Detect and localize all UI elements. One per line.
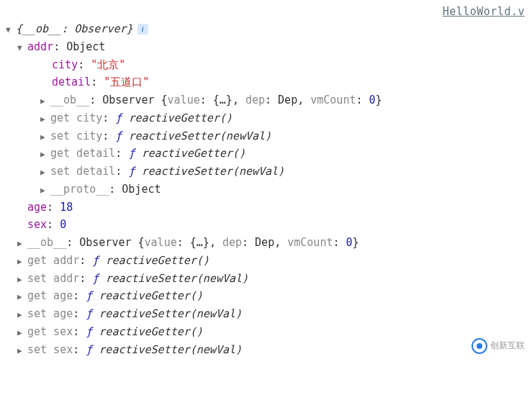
watermark-text: 创新互联 [490,339,525,353]
function-f-icon: ƒ [86,305,92,323]
expand-arrow-icon[interactable] [40,148,50,161]
property-value: Observer {value: {…}, dep: Dep, vmCount:… [102,91,382,109]
tree-row-sex[interactable]: sex: 0 [6,216,526,234]
property-key: get age [27,287,73,305]
property-key: set sex [27,341,73,359]
property-key: sex [27,216,47,234]
property-key: age [27,199,47,217]
function-f-icon: ƒ [92,270,99,288]
property-key: __proto__ [50,181,109,199]
tree-row-set-detail[interactable]: set detail: ƒ reactiveSetter(newVal) [6,163,526,181]
property-value: 18 [60,199,73,217]
property-key: set age [27,305,73,323]
property-key: __ob__ [27,234,66,252]
expand-arrow-icon[interactable] [17,273,27,286]
property-value: Object [66,38,105,56]
tree-row-city[interactable]: city: "北京" [6,56,526,74]
object-tree: {__ob__: Observer} i addr: Object city: … [6,20,526,358]
property-value: Object [122,181,161,199]
expand-arrow-icon[interactable] [6,24,16,37]
tree-row-ob[interactable]: __ob__: Observer {value: {…}, dep: Dep, … [6,234,526,252]
property-key: get sex [27,323,73,341]
function-name: reactiveGetter() [99,287,203,305]
tree-row-root[interactable]: {__ob__: Observer} i [6,20,526,38]
function-f-icon: ƒ [128,163,135,181]
expand-arrow-icon[interactable] [17,237,27,250]
function-name: reactiveSetter(newVal) [105,270,248,288]
function-name: reactiveGetter() [141,145,245,163]
tree-row-get-age[interactable]: get age: ƒ reactiveGetter() [6,287,526,305]
function-f-icon: ƒ [92,252,99,270]
property-key: city [52,56,78,74]
watermark: 创新互联 [472,338,525,354]
tree-row-set-addr[interactable]: set addr: ƒ reactiveSetter(newVal) [6,270,526,288]
info-icon[interactable]: i [137,24,148,35]
property-key: __ob__ [50,91,89,109]
function-f-icon: ƒ [128,145,135,163]
property-key: get addr [27,252,79,270]
function-name: reactiveGetter() [99,323,203,341]
property-key: set addr [27,270,79,288]
expand-arrow-icon[interactable] [17,255,27,268]
expand-arrow-icon[interactable] [17,327,27,340]
property-key: detail [52,73,91,91]
function-name: reactiveGetter() [128,109,233,127]
tree-row-addr[interactable]: addr: Object [6,38,526,56]
function-name: reactiveSetter(newVal) [99,305,242,323]
tree-row-get-addr[interactable]: get addr: ƒ reactiveGetter() [6,252,526,270]
expand-arrow-icon[interactable] [40,166,50,179]
function-name: reactiveSetter(newVal) [99,341,242,359]
expand-arrow-icon[interactable] [17,345,27,358]
expand-arrow-icon[interactable] [17,291,27,304]
expand-arrow-icon[interactable] [40,95,50,108]
function-f-icon: ƒ [86,287,92,305]
function-f-icon: ƒ [86,323,92,341]
tree-row-get-sex[interactable]: get sex: ƒ reactiveGetter() [6,323,526,341]
property-key: get city [50,109,102,127]
property-key: set city [50,127,102,145]
function-name: reactiveSetter(newVal) [141,163,284,181]
expand-arrow-icon[interactable] [40,184,50,197]
expand-arrow-icon[interactable] [40,113,50,126]
tree-row-set-city[interactable]: set city: ƒ reactiveSetter(newVal) [6,127,526,145]
tree-row-addr-ob[interactable]: __ob__: Observer {value: {…}, dep: Dep, … [6,91,526,109]
tree-row-get-detail[interactable]: get detail: ƒ reactiveGetter() [6,145,526,163]
property-key: set detail [50,163,115,181]
tree-row-age[interactable]: age: 18 [6,199,526,217]
expand-arrow-icon[interactable] [17,42,27,55]
expand-arrow-icon[interactable] [17,309,27,322]
property-key: addr [27,38,53,56]
expand-arrow-icon[interactable] [40,131,50,144]
function-name: reactiveGetter() [105,252,209,270]
tree-row-set-age[interactable]: set age: ƒ reactiveSetter(newVal) [6,305,526,323]
tree-row-get-city[interactable]: get city: ƒ reactiveGetter() [6,109,526,127]
source-link[interactable]: HelloWorld.v [443,3,525,21]
property-value: Observer {value: {…}, dep: Dep, vmCount:… [79,234,359,252]
tree-row-set-sex[interactable]: set sex: ƒ reactiveSetter(newVal) [6,341,526,359]
property-key: get detail [50,145,115,163]
root-label: {__ob__: Observer} [16,20,133,38]
property-value: 0 [60,216,66,234]
function-f-icon: ƒ [115,127,122,145]
tree-row-addr-proto[interactable]: __proto__: Object [6,181,526,199]
property-value: "五道口" [104,73,149,91]
watermark-logo-icon [472,338,487,354]
function-name: reactiveSetter(newVal) [128,127,271,145]
property-value: "北京" [91,56,125,74]
tree-row-detail[interactable]: detail: "五道口" [6,73,526,91]
function-f-icon: ƒ [86,341,92,359]
function-f-icon: ƒ [115,109,122,127]
